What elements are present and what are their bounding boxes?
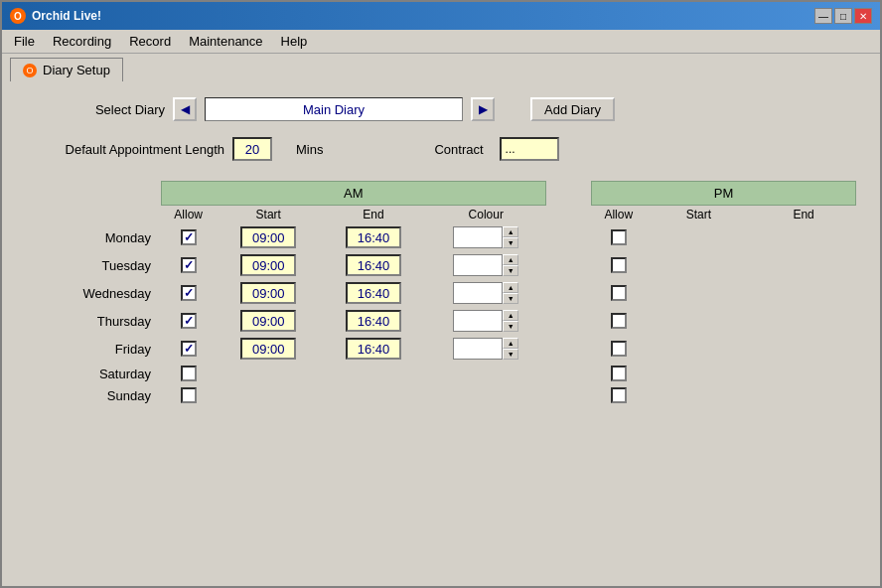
am-allow-checkbox-thursday[interactable] [181,313,197,329]
am-allow-checkbox-tuesday[interactable] [181,257,197,273]
colour-down-tuesday[interactable]: ▼ [503,265,518,276]
pm-allow-checkbox-sunday[interactable] [611,387,627,403]
am-allow-checkbox-friday[interactable] [181,341,197,357]
am-allow-checkbox-sunday[interactable] [181,387,197,403]
schedule-row-friday: Friday▲▼ [26,335,856,363]
add-diary-button[interactable]: Add Diary [530,97,615,121]
window-title: Orchid Live! [32,9,101,23]
schedule-row-saturday: Saturday [26,363,856,384]
am-end-input-friday[interactable] [346,338,401,360]
menu-maintenance[interactable]: Maintenance [181,32,270,51]
pm-allow-header: Allow [591,206,646,223]
appointment-length-row: Default Appointment Length Mins Contract… [26,137,856,161]
am-colour-header: Colour [426,206,546,223]
day-label-thursday: Thursday [26,307,161,335]
schedule-row-wednesday: Wednesday▲▼ [26,279,856,307]
colour-down-wednesday[interactable]: ▼ [503,293,518,304]
colour-up-monday[interactable]: ▲ [503,226,518,237]
day-label-friday: Friday [26,335,161,363]
schedule-row-thursday: Thursday▲▼ [26,307,856,335]
select-diary-row: Select Diary ◀ Main Diary ▶ Add Diary [26,97,856,121]
colour-down-thursday[interactable]: ▼ [503,321,518,332]
content-area: Select Diary ◀ Main Diary ▶ Add Diary De… [2,81,880,586]
am-colour-picker-thursday[interactable]: ▲▼ [430,310,542,332]
am-start-header: Start [216,206,321,223]
colour-up-tuesday[interactable]: ▲ [503,254,518,265]
am-allow-checkbox-monday[interactable] [181,229,197,245]
colour-down-friday[interactable]: ▼ [503,349,518,360]
app-icon: O [10,8,26,24]
am-start-input-wednesday[interactable] [240,282,296,304]
pm-allow-checkbox-monday[interactable] [611,229,627,245]
colour-down-monday[interactable]: ▼ [503,237,518,248]
schedule-row-monday: Monday▲▼ [26,223,856,251]
pm-start-header: Start [646,206,751,223]
menu-record[interactable]: Record [121,32,179,51]
tab-label: Diary Setup [43,63,110,77]
am-colour-picker-monday[interactable]: ▲▼ [430,226,542,248]
pm-allow-checkbox-saturday[interactable] [611,366,627,381]
schedule-table: AM PM Allow Start End Colour Allow Start… [26,181,856,406]
am-end-header: End [321,206,426,223]
select-diary-label: Select Diary [26,102,165,117]
am-start-input-monday[interactable] [240,226,296,248]
day-label-tuesday: Tuesday [26,251,161,279]
pm-allow-checkbox-thursday[interactable] [611,313,627,329]
appt-length-input[interactable] [232,137,272,161]
schedule-row-tuesday: Tuesday▲▼ [26,251,856,279]
menu-file[interactable]: File [6,32,43,51]
schedule-row-sunday: Sunday [26,384,856,406]
diary-name: Main Diary [205,97,463,121]
am-start-input-tuesday[interactable] [240,254,296,276]
pm-allow-checkbox-tuesday[interactable] [611,257,627,273]
day-label-sunday: Sunday [26,384,161,406]
mins-label: Mins [296,142,323,157]
day-label-monday: Monday [26,223,161,251]
am-end-input-tuesday[interactable] [346,254,401,276]
am-colour-picker-friday[interactable]: ▲▼ [430,338,542,360]
contract-input[interactable]: ... [500,137,559,161]
am-allow-checkbox-saturday[interactable] [181,366,197,381]
title-buttons: — □ ✕ [814,8,872,24]
appt-length-label: Default Appointment Length [26,142,224,157]
contract-label: Contract [434,142,483,157]
am-allow-header: Allow [161,206,216,223]
minimize-button[interactable]: — [814,8,832,24]
colour-up-wednesday[interactable]: ▲ [503,282,518,293]
tab-diary-setup[interactable]: O Diary Setup [10,58,123,81]
pm-end-header: End [751,206,856,223]
menu-recording[interactable]: Recording [45,32,119,51]
close-button[interactable]: ✕ [854,8,872,24]
title-bar-left: O Orchid Live! [10,8,101,24]
am-allow-checkbox-wednesday[interactable] [181,285,197,301]
maximize-button[interactable]: □ [834,8,852,24]
tab-icon: O [23,64,37,77]
pm-allow-checkbox-friday[interactable] [611,341,627,357]
am-end-input-monday[interactable] [346,226,401,248]
day-label-saturday: Saturday [26,363,161,384]
colour-up-thursday[interactable]: ▲ [503,310,518,321]
menu-help[interactable]: Help [273,32,316,51]
tab-bar: O Diary Setup [2,54,880,81]
am-header: AM [161,181,546,206]
am-start-input-friday[interactable] [240,338,296,360]
menu-bar: File Recording Record Maintenance Help [2,30,880,54]
diary-prev-button[interactable]: ◀ [173,97,197,121]
day-label-wednesday: Wednesday [26,279,161,307]
am-end-input-thursday[interactable] [346,310,401,332]
pm-header: PM [591,181,856,206]
diary-next-button[interactable]: ▶ [471,97,495,121]
pm-allow-checkbox-wednesday[interactable] [611,285,627,301]
am-start-input-thursday[interactable] [240,310,296,332]
am-colour-picker-tuesday[interactable]: ▲▼ [430,254,542,276]
am-colour-picker-wednesday[interactable]: ▲▼ [430,282,542,304]
colour-up-friday[interactable]: ▲ [503,338,518,349]
main-window: O Orchid Live! — □ ✕ File Recording Reco… [0,0,882,588]
title-bar: O Orchid Live! — □ ✕ [2,2,880,30]
am-end-input-wednesday[interactable] [346,282,401,304]
